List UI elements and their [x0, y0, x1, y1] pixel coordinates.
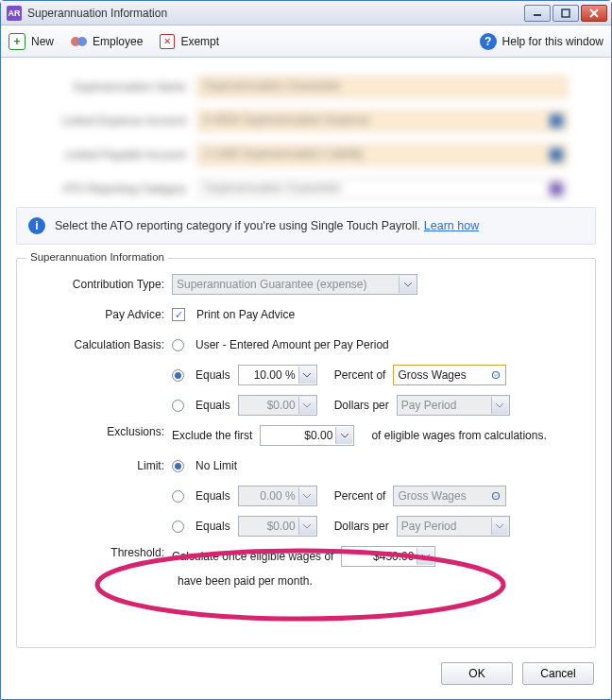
- exclusions-label: Exclusions:: [30, 425, 172, 438]
- new-label: New: [31, 35, 54, 48]
- employee-label: Employee: [93, 35, 143, 48]
- exempt-icon: ✕: [160, 34, 175, 49]
- calc-equals-percent-radio[interactable]: [172, 369, 184, 382]
- new-button[interactable]: + New: [8, 33, 54, 50]
- help-icon: ?: [480, 33, 497, 50]
- title-bar[interactable]: AR Superannuation Information: [1, 1, 611, 26]
- chevron-down-icon: [298, 518, 315, 535]
- chevron-down-icon: [298, 487, 315, 504]
- calc-dollars-per-select[interactable]: Pay Period: [397, 395, 510, 416]
- ok-button[interactable]: OK: [441, 662, 513, 685]
- calc-user-text: User - Entered Amount per Pay Period: [196, 338, 389, 351]
- dropdown-circle-icon: [487, 487, 504, 504]
- pay-advice-label: Pay Advice:: [30, 308, 172, 321]
- calc-equals-dollar-radio[interactable]: [172, 400, 184, 412]
- close-button[interactable]: [581, 5, 607, 22]
- print-on-pay-advice-text: Print on Pay Advice: [196, 308, 295, 321]
- svg-rect-1: [562, 9, 570, 17]
- chevron-down-icon: [491, 397, 508, 414]
- exclusions-amount-input[interactable]: $0.00: [260, 425, 354, 446]
- info-icon: i: [28, 217, 45, 234]
- chevron-down-icon: [298, 397, 315, 414]
- limit-none-radio[interactable]: [172, 460, 184, 472]
- group-legend: Superannuation Information: [26, 251, 168, 263]
- threshold-amount-input[interactable]: $450.00: [341, 546, 435, 567]
- limit-percent-radio[interactable]: [172, 490, 184, 503]
- contribution-type-label: Contribution Type:: [30, 278, 172, 291]
- calc-dollar-input[interactable]: $0.00: [238, 395, 317, 416]
- threshold-label: Threshold:: [30, 546, 172, 559]
- help-button[interactable]: ? Help for this window: [480, 33, 604, 50]
- cancel-button[interactable]: Cancel: [522, 662, 594, 685]
- contribution-type-select[interactable]: Superannuation Guarantee (expense): [172, 274, 417, 295]
- calc-percent-of-select[interactable]: Gross Wages: [393, 365, 506, 385]
- limit-dollar-radio[interactable]: [172, 521, 184, 533]
- maximize-button[interactable]: [552, 5, 579, 22]
- toolbar: + New Employee ✕ Exempt ? Help for this …: [1, 26, 611, 58]
- limit-percent-of-select[interactable]: Gross Wages: [393, 486, 506, 506]
- calc-percent-input[interactable]: 10.00 %: [238, 365, 317, 385]
- print-on-pay-advice-checkbox[interactable]: ✓: [172, 308, 185, 321]
- app-icon: AR: [7, 6, 22, 21]
- chevron-down-icon: [399, 276, 416, 293]
- dropdown-circle-icon: [487, 367, 504, 384]
- limit-label: Limit:: [30, 459, 172, 472]
- calculation-basis-label: Calculation Basis:: [30, 338, 172, 351]
- chevron-down-icon: [491, 518, 508, 535]
- help-label: Help for this window: [502, 35, 604, 48]
- chevron-down-icon: [298, 367, 315, 384]
- super-info-group: Superannuation Information Contribution …: [16, 258, 596, 648]
- calc-user-radio[interactable]: [172, 339, 184, 351]
- limit-dollar-input[interactable]: $0.00: [238, 516, 317, 537]
- window-frame: AR Superannuation Information + New Empl…: [0, 0, 612, 700]
- employee-button[interactable]: Employee: [71, 35, 143, 48]
- exempt-button[interactable]: ✕ Exempt: [160, 34, 219, 49]
- chevron-down-icon: [335, 427, 352, 444]
- svg-point-4: [493, 371, 500, 378]
- learn-how-link[interactable]: Learn how: [424, 219, 479, 232]
- upper-fields-blurred: Superannuation NameSuperannuation Guaran…: [16, 71, 596, 203]
- chevron-down-icon: [416, 548, 434, 565]
- minimize-button[interactable]: [524, 5, 551, 22]
- exempt-label: Exempt: [180, 35, 219, 48]
- people-icon: [71, 37, 87, 46]
- banner-text: Select the ATO reporting category if you…: [55, 219, 420, 232]
- info-banner: i Select the ATO reporting category if y…: [16, 207, 596, 245]
- footer: OK Cancel: [1, 657, 611, 699]
- window-title: Superannuation Information: [27, 7, 524, 20]
- limit-percent-input[interactable]: 0.00 %: [238, 486, 317, 506]
- svg-point-5: [493, 492, 500, 499]
- plus-icon: +: [8, 33, 26, 50]
- limit-dollars-per-select[interactable]: Pay Period: [397, 516, 510, 537]
- content-area: Superannuation NameSuperannuation Guaran…: [1, 58, 611, 657]
